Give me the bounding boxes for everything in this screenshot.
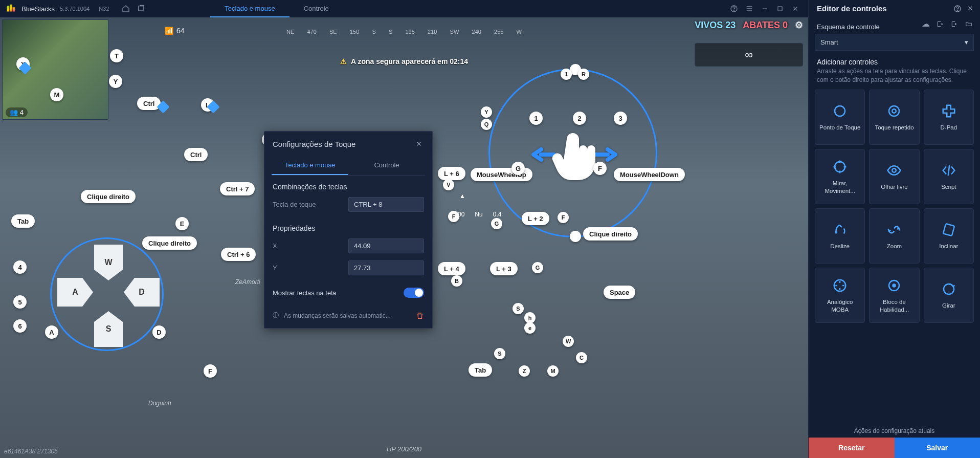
key-overlay[interactable]: B bbox=[451, 275, 462, 287]
key-overlay[interactable]: 3 bbox=[614, 112, 627, 125]
x-input[interactable] bbox=[348, 238, 424, 253]
key-overlay[interactable]: 1 bbox=[529, 112, 543, 125]
key-overlay[interactable]: F bbox=[448, 211, 459, 222]
key-overlay[interactable]: Y bbox=[109, 75, 122, 88]
ammo-indicator: ∞ bbox=[695, 43, 803, 67]
key-overlay[interactable]: G bbox=[491, 218, 502, 229]
control-script[interactable]: Script bbox=[924, 149, 974, 204]
close-window-icon[interactable] bbox=[788, 1, 803, 16]
minimize-icon[interactable] bbox=[757, 1, 772, 16]
save-button[interactable]: Salvar bbox=[895, 438, 981, 458]
key-overlay[interactable]: A bbox=[45, 325, 58, 339]
control-repeated-tap[interactable]: Toque repetido bbox=[869, 90, 919, 145]
control-tap-spot[interactable]: Ponto de Toque bbox=[815, 90, 865, 145]
key-overlay[interactable]: Q bbox=[481, 119, 492, 130]
panel-help-icon[interactable] bbox=[953, 5, 962, 13]
key-overlay[interactable]: S bbox=[494, 348, 505, 359]
library-icon[interactable] bbox=[133, 1, 149, 16]
gear-icon[interactable]: ⚙ bbox=[795, 19, 803, 31]
tab-keyboard-mouse[interactable]: Teclado e mouse bbox=[210, 0, 289, 17]
key-overlay[interactable]: L + 4 bbox=[438, 262, 465, 275]
key-overlay[interactable]: Ctrl bbox=[184, 148, 208, 161]
key-overlay[interactable]: Clique direito bbox=[583, 227, 638, 241]
y-input[interactable] bbox=[348, 260, 424, 275]
control-rotate[interactable]: Girar bbox=[924, 268, 974, 323]
folder-icon[interactable] bbox=[964, 19, 974, 29]
dpad-left[interactable]: A bbox=[57, 278, 93, 307]
key-overlay[interactable]: Y bbox=[481, 106, 492, 118]
key-overlay[interactable]: Space bbox=[604, 286, 635, 299]
scheme-select[interactable]: Smart ▾ bbox=[815, 34, 974, 51]
dialog-tab-controller[interactable]: Controle bbox=[348, 156, 425, 175]
control-swipe[interactable]: Deslize bbox=[815, 208, 865, 264]
key-overlay[interactable]: L + 3 bbox=[490, 262, 518, 275]
key-overlay[interactable]: Tab bbox=[469, 363, 492, 377]
control-aim[interactable]: Mirar, Moviment... bbox=[815, 149, 865, 204]
control-free-look[interactable]: Olhar livre bbox=[869, 149, 919, 204]
maximize-icon[interactable] bbox=[772, 1, 788, 16]
dpad-up[interactable]: W bbox=[94, 245, 123, 280]
key-overlay[interactable]: F bbox=[558, 212, 569, 223]
controls-editor-panel: Editor de controles Esquema de controle … bbox=[808, 0, 980, 458]
control-skill-block[interactable]: Bloco de Habilidad... bbox=[869, 268, 919, 323]
key-overlay[interactable]: 1 bbox=[561, 69, 572, 80]
key-overlay[interactable]: 5 bbox=[13, 295, 27, 309]
control-zoom[interactable]: Zoom bbox=[869, 208, 919, 264]
key-overlay[interactable]: F bbox=[204, 364, 217, 378]
key-overlay[interactable]: Tab bbox=[11, 214, 35, 228]
export-icon[interactable] bbox=[949, 19, 960, 29]
key-overlay[interactable]: V bbox=[443, 179, 454, 190]
dpad-down[interactable]: S bbox=[94, 311, 123, 347]
tab-controller[interactable]: Controle bbox=[289, 0, 343, 17]
home-icon[interactable] bbox=[118, 1, 133, 16]
import-icon[interactable] bbox=[935, 19, 945, 29]
key-overlay[interactable]: E bbox=[175, 217, 189, 230]
close-panel-icon[interactable] bbox=[967, 5, 974, 13]
key-overlay[interactable]: T bbox=[110, 49, 123, 62]
minimap[interactable]: 👥 4 bbox=[2, 19, 108, 120]
key-overlay[interactable]: Clique direito bbox=[81, 190, 136, 203]
key-overlay[interactable]: R bbox=[578, 69, 589, 80]
key-overlay[interactable]: Ctrl + 6 bbox=[221, 248, 256, 261]
key-overlay[interactable]: 4 bbox=[13, 260, 27, 274]
close-icon[interactable] bbox=[414, 139, 424, 149]
reset-button[interactable]: Resetar bbox=[809, 438, 895, 458]
game-viewport[interactable]: 👥 4 📶 64 NE470SE150SS195210SW240255W ⚠A … bbox=[0, 17, 808, 458]
key-overlay[interactable]: h bbox=[524, 312, 536, 323]
dpad-circle[interactable]: W S A D bbox=[50, 237, 164, 351]
swipe-circle[interactable] bbox=[488, 69, 657, 237]
key-overlay[interactable]: L + 2 bbox=[522, 212, 549, 225]
key-overlay[interactable]: Ctrl + 7 bbox=[220, 182, 255, 195]
cloud-sync-icon[interactable]: ☁ bbox=[921, 19, 931, 29]
svg-rect-0 bbox=[139, 6, 143, 11]
key-overlay[interactable]: F bbox=[593, 162, 607, 175]
key-overlay[interactable]: G bbox=[511, 162, 525, 175]
control-moba[interactable]: Analógico MOBA bbox=[815, 268, 865, 323]
dpad-right[interactable]: D bbox=[124, 278, 160, 307]
swipe-hand-icon bbox=[531, 111, 618, 198]
delete-icon[interactable] bbox=[416, 312, 424, 320]
y-label: Y bbox=[273, 264, 342, 272]
dialog-tab-keyboard[interactable]: Teclado e mouse bbox=[272, 156, 348, 175]
key-overlay[interactable]: M bbox=[547, 365, 559, 377]
swipe-handle-bottom[interactable] bbox=[570, 231, 581, 242]
key-overlay[interactable]: D bbox=[152, 325, 166, 339]
key-overlay[interactable]: Clique direito bbox=[142, 236, 197, 250]
show-keys-toggle[interactable] bbox=[404, 288, 424, 298]
key-overlay[interactable]: 2 bbox=[573, 112, 586, 125]
key-overlay[interactable]: W bbox=[563, 336, 574, 347]
key-overlay[interactable]: M bbox=[50, 88, 63, 101]
control-tilt[interactable]: Inclinar bbox=[924, 208, 974, 264]
key-overlay[interactable]: G bbox=[532, 262, 543, 273]
key-overlay[interactable]: C bbox=[576, 352, 587, 363]
help-icon[interactable] bbox=[726, 1, 742, 16]
key-overlay[interactable]: e bbox=[524, 322, 536, 334]
key-overlay[interactable]: L + 6 bbox=[438, 167, 465, 180]
key-overlay[interactable]: 6 bbox=[13, 319, 27, 333]
control-dpad[interactable]: D-Pad bbox=[924, 90, 974, 145]
key-overlay[interactable]: S bbox=[513, 303, 524, 314]
key-input[interactable] bbox=[348, 197, 424, 212]
key-overlay[interactable]: MouseWheelDown bbox=[614, 168, 685, 181]
key-overlay[interactable]: Z bbox=[519, 365, 530, 377]
menu-icon[interactable] bbox=[742, 1, 757, 16]
